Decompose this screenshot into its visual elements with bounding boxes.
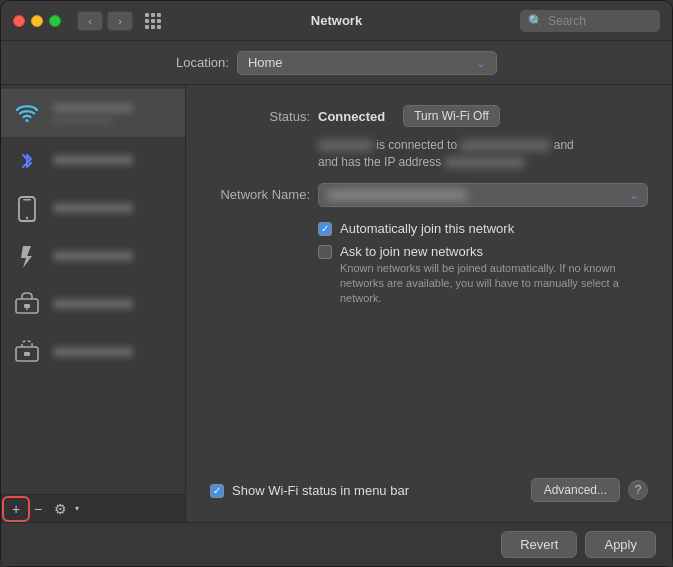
traffic-lights bbox=[13, 15, 61, 27]
apply-button[interactable]: Apply bbox=[585, 531, 656, 558]
search-input[interactable] bbox=[548, 14, 652, 28]
ask-join-desc: Known networks will be joined automatica… bbox=[340, 261, 640, 307]
show-wifi-checkmark-icon: ✓ bbox=[213, 486, 221, 496]
show-wifi-label: Show Wi-Fi status in menu bar bbox=[232, 483, 409, 498]
sidebar-item-wifi[interactable] bbox=[1, 89, 185, 137]
vpn2-icon bbox=[11, 337, 43, 369]
search-icon: 🔍 bbox=[528, 14, 543, 28]
turn-wifi-button[interactable]: Turn Wi-Fi Off bbox=[403, 105, 500, 127]
close-button[interactable] bbox=[13, 15, 25, 27]
svg-point-2 bbox=[26, 217, 28, 219]
maximize-button[interactable] bbox=[49, 15, 61, 27]
add-network-button[interactable]: + bbox=[5, 499, 27, 519]
sidebar-item-iphone-text bbox=[53, 203, 175, 216]
connection-info: is connected to and and has the IP addre… bbox=[318, 137, 648, 171]
location-dropdown-arrow: ⌄ bbox=[476, 56, 486, 70]
svg-rect-8 bbox=[24, 352, 30, 356]
bottom-bar: ✓ Show Wi-Fi status in menu bar Advanced… bbox=[210, 466, 648, 502]
auto-join-row: ✓ Automatically join this network bbox=[318, 221, 648, 236]
window-title: Network bbox=[311, 13, 362, 28]
auto-join-label-wrap: Automatically join this network bbox=[340, 221, 514, 236]
connection-text-1: is connected to bbox=[376, 138, 457, 152]
main-content: + − ⚙ ▾ Status: Connected Turn Wi-Fi Off… bbox=[1, 85, 672, 522]
status-label: Status: bbox=[210, 109, 310, 124]
right-panel: Status: Connected Turn Wi-Fi Off is conn… bbox=[186, 85, 672, 522]
thunderbolt-name-blurred bbox=[53, 251, 133, 261]
location-label: Location: bbox=[176, 55, 229, 70]
network-name-dropdown-arrow: ⌄ bbox=[629, 188, 639, 202]
connection-text-2: and has the IP address bbox=[318, 155, 441, 169]
bluetooth-icon bbox=[11, 145, 43, 177]
checkmark-icon: ✓ bbox=[321, 224, 329, 234]
gear-dropdown[interactable]: ⚙ ▾ bbox=[49, 499, 82, 519]
sidebar-item-vpn2-text bbox=[53, 347, 175, 360]
location-bar: Location: Home ⌄ bbox=[1, 41, 672, 85]
grid-button[interactable] bbox=[141, 11, 165, 31]
wifi-icon bbox=[11, 97, 43, 129]
sidebar-item-vpn1[interactable] bbox=[1, 281, 185, 329]
ask-join-row: Ask to join new networks Known networks … bbox=[318, 244, 648, 307]
gear-button[interactable]: ⚙ bbox=[49, 499, 71, 519]
show-wifi-row: ✓ Show Wi-Fi status in menu bar bbox=[210, 483, 409, 498]
ask-join-checkbox[interactable] bbox=[318, 245, 332, 259]
thunderbolt-icon bbox=[11, 241, 43, 273]
vpn1-name-blurred bbox=[53, 299, 133, 309]
status-row: Status: Connected Turn Wi-Fi Off bbox=[210, 105, 648, 127]
bottom-right-buttons: Advanced... ? bbox=[531, 478, 648, 502]
gear-dropdown-arrow[interactable]: ▾ bbox=[72, 499, 82, 519]
sidebar: + − ⚙ ▾ bbox=[1, 85, 186, 522]
ip-address-blurred bbox=[445, 157, 525, 168]
grid-icon bbox=[145, 13, 161, 29]
phone-icon bbox=[11, 193, 43, 225]
help-button[interactable]: ? bbox=[628, 480, 648, 500]
sidebar-item-thunderbolt-text bbox=[53, 251, 175, 264]
sidebar-item-wifi-text bbox=[53, 103, 175, 124]
iphone-name-blurred bbox=[53, 203, 133, 213]
vpn1-icon bbox=[11, 289, 43, 321]
sidebar-item-vpn1-text bbox=[53, 299, 175, 312]
network-name-dropdown[interactable]: ⌄ bbox=[318, 183, 648, 207]
svg-point-0 bbox=[26, 119, 29, 122]
show-wifi-checkbox[interactable]: ✓ bbox=[210, 484, 224, 498]
auto-join-checkbox[interactable]: ✓ bbox=[318, 222, 332, 236]
auto-join-label: Automatically join this network bbox=[340, 221, 514, 236]
wifi-status-blurred bbox=[53, 116, 113, 124]
status-value: Connected bbox=[318, 109, 385, 124]
bluetooth-name-blurred bbox=[53, 155, 133, 165]
ask-join-label-wrap: Ask to join new networks Known networks … bbox=[340, 244, 640, 307]
location-value: Home bbox=[248, 55, 283, 70]
nav-buttons: ‹ › bbox=[77, 11, 133, 31]
network-name-label: Network Name: bbox=[210, 187, 310, 202]
footer: Revert Apply bbox=[1, 522, 672, 566]
location-dropdown[interactable]: Home ⌄ bbox=[237, 51, 497, 75]
svg-rect-5 bbox=[24, 304, 30, 308]
vpn2-name-blurred bbox=[53, 347, 133, 357]
sidebar-item-iphone[interactable] bbox=[1, 185, 185, 233]
titlebar: ‹ › Network 🔍 bbox=[1, 1, 672, 41]
sidebar-item-bluetooth[interactable] bbox=[1, 137, 185, 185]
minimize-button[interactable] bbox=[31, 15, 43, 27]
connected-device-blurred bbox=[318, 140, 373, 151]
network-name-value-blurred bbox=[327, 190, 467, 200]
sidebar-list bbox=[1, 85, 185, 494]
back-button[interactable]: ‹ bbox=[77, 11, 103, 31]
sidebar-toolbar: + − ⚙ ▾ bbox=[1, 494, 185, 522]
revert-button[interactable]: Revert bbox=[501, 531, 577, 558]
sidebar-item-thunderbolt[interactable] bbox=[1, 233, 185, 281]
forward-button[interactable]: › bbox=[107, 11, 133, 31]
remove-network-button[interactable]: − bbox=[27, 499, 49, 519]
wifi-name-blurred bbox=[53, 103, 133, 113]
network-name-row: Network Name: ⌄ bbox=[210, 183, 648, 207]
sidebar-item-bluetooth-text bbox=[53, 155, 175, 168]
search-box[interactable]: 🔍 bbox=[520, 10, 660, 32]
ask-join-label: Ask to join new networks bbox=[340, 244, 483, 259]
network-ssid-blurred bbox=[460, 140, 550, 151]
svg-rect-3 bbox=[23, 199, 31, 201]
advanced-button[interactable]: Advanced... bbox=[531, 478, 620, 502]
network-window: ‹ › Network 🔍 Location: Home ⌄ bbox=[0, 0, 673, 567]
connection-text-and: and bbox=[554, 138, 574, 152]
sidebar-item-vpn2[interactable] bbox=[1, 329, 185, 377]
